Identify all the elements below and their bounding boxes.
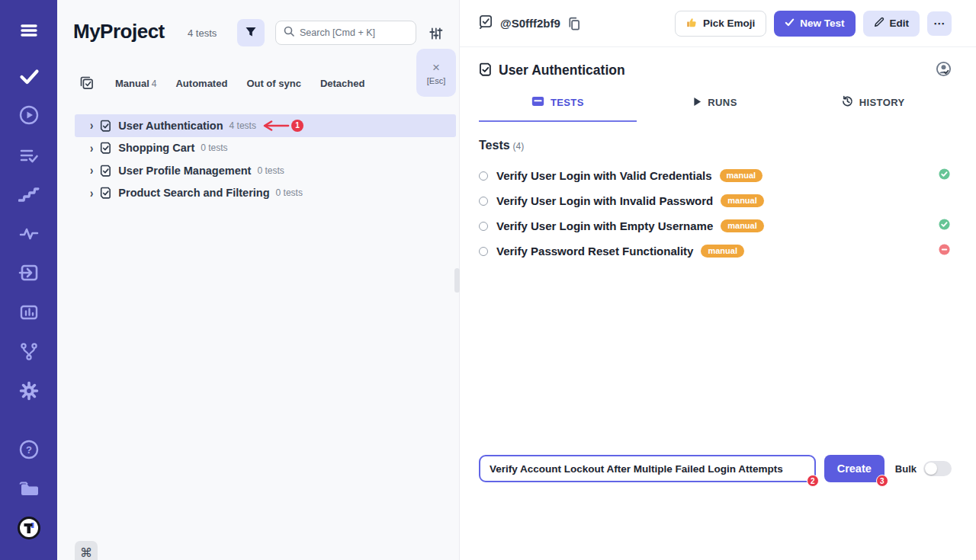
filter-tabs: Manual4 Automated Out of sync Detached: [79, 75, 364, 91]
annotation-arrow-1: [261, 120, 290, 131]
branch-icon[interactable]: [18, 341, 40, 362]
select-all-icon[interactable]: [79, 75, 95, 91]
create-button-wrap: Create 3: [824, 455, 884, 482]
test-list: Verify User Login with Valid Credentials…: [460, 152, 976, 264]
test-state-circle[interactable]: [479, 197, 488, 206]
test-state-circle[interactable]: [479, 171, 488, 181]
test-row[interactable]: Verify Password Reset Functionality manu…: [479, 238, 950, 264]
search-box: [275, 21, 416, 45]
help-icon[interactable]: ?: [18, 439, 40, 460]
card-icon: [531, 96, 544, 109]
status-passed-icon: [939, 168, 950, 183]
assignee-avatar-icon[interactable]: [936, 61, 952, 80]
test-row[interactable]: Verify User Login with Valid Credentials…: [479, 163, 950, 188]
tab-manual-count: 4: [152, 78, 157, 89]
check-icon[interactable]: [18, 66, 40, 87]
create-test-row: 2 Create 3 Bulk: [479, 455, 952, 482]
suite-detail-panel: @S0fff2bf9 Pick Emoji New Test Edit ⋯: [460, 0, 976, 560]
gear-icon[interactable]: [18, 380, 40, 402]
checkbox-doc-icon: [479, 14, 493, 32]
annotation-badge-2: 2: [807, 475, 819, 487]
play-circle-icon[interactable]: [18, 104, 40, 126]
chevron-right-icon[interactable]: ›: [90, 164, 93, 178]
esc-hint-label: [Esc]: [427, 76, 445, 85]
app-logo[interactable]: [17, 516, 41, 540]
tree-row-product-search-and-filtering[interactable]: › Product Search and Filtering 0 tests: [75, 182, 456, 205]
edit-button[interactable]: Edit: [863, 11, 920, 37]
close-icon[interactable]: ×: [432, 61, 440, 74]
main-sidebar: ?: [0, 0, 57, 560]
project-tests-count: 4 tests: [188, 27, 217, 39]
tree-row-shopping-cart[interactable]: › Shopping Cart 0 tests: [75, 137, 456, 160]
create-button[interactable]: Create: [824, 455, 884, 482]
test-row[interactable]: Verify User Login with Invalid Password …: [479, 188, 950, 213]
steps-icon[interactable]: [18, 184, 40, 205]
pencil-icon: [874, 17, 884, 30]
app-window: ? MyProject 4 tests × [Esc]: [0, 0, 976, 560]
tests-section-count: (4): [513, 141, 525, 152]
suite-count: 0 tests: [276, 187, 303, 198]
suite-ref-group: @S0fff2bf9: [479, 14, 580, 32]
suite-count: 0 tests: [201, 142, 227, 153]
tab-tests[interactable]: TESTS: [479, 95, 637, 122]
play-icon: [693, 97, 702, 109]
status-blocked-icon: [939, 244, 950, 258]
list-check-icon[interactable]: [18, 145, 40, 166]
search-input[interactable]: [300, 27, 408, 38]
annotation-badge-1: 1: [291, 120, 303, 132]
activity-icon[interactable]: [18, 223, 40, 245]
chevron-right-icon[interactable]: ›: [90, 186, 93, 200]
copy-icon[interactable]: [567, 17, 580, 30]
bar-chart-icon[interactable]: [18, 302, 40, 323]
tab-runs[interactable]: RUNS: [637, 95, 795, 122]
create-input-wrap: 2: [479, 455, 816, 482]
close-search-popup[interactable]: × [Esc]: [416, 49, 456, 97]
bulk-toggle[interactable]: [923, 461, 952, 476]
tree-row-user-profile-management[interactable]: › User Profile Management 0 tests: [75, 159, 456, 182]
new-test-name-input[interactable]: [479, 455, 816, 482]
test-row[interactable]: Verify User Login with Empty Username ma…: [479, 213, 950, 238]
toolbar-actions: Pick Emoji New Test Edit ⋯: [675, 11, 952, 37]
menu-icon[interactable]: [18, 20, 40, 41]
manual-badge: manual: [720, 169, 763, 182]
manual-badge: manual: [721, 219, 764, 232]
more-options-button[interactable]: ⋯: [927, 11, 952, 36]
doc-check-icon: [100, 120, 111, 132]
tree-row-user-authentication[interactable]: › User Authentication 4 tests 1: [75, 114, 456, 137]
folder-icon[interactable]: [18, 478, 40, 500]
tab-automated[interactable]: Automated: [175, 78, 227, 89]
project-panel: MyProject 4 tests × [Esc] Manual4 Automa…: [57, 0, 460, 560]
check-icon: [785, 18, 795, 30]
chevron-right-icon[interactable]: ›: [90, 141, 93, 155]
suite-name: User Profile Management: [118, 165, 251, 177]
tune-icon[interactable]: [425, 24, 445, 43]
suite-count: 4 tests: [230, 120, 256, 131]
panel-scrollbar-thumb[interactable]: [454, 268, 460, 293]
test-state-circle[interactable]: [479, 247, 488, 256]
chevron-right-icon[interactable]: ›: [90, 119, 93, 133]
tab-history[interactable]: HISTORY: [794, 95, 952, 122]
doc-check-icon: [100, 142, 111, 154]
suite-heading: User Authentication: [460, 47, 976, 80]
sign-in-icon[interactable]: [18, 262, 40, 283]
tab-detached[interactable]: Detached: [320, 78, 365, 89]
suite-name: User Authentication: [118, 120, 223, 132]
manual-badge: manual: [701, 245, 744, 258]
tab-manual[interactable]: Manual4: [115, 78, 156, 89]
annotation-badge-3: 3: [876, 475, 888, 487]
suite-count: 0 tests: [257, 165, 284, 176]
suite-name: Shopping Cart: [118, 142, 194, 154]
suite-ref-id: @S0fff2bf9: [500, 17, 560, 30]
doc-check-icon: [100, 165, 111, 177]
toggle-knob: [925, 462, 937, 475]
pick-emoji-button[interactable]: Pick Emoji: [675, 11, 766, 37]
suite-tree: › User Authentication 4 tests 1 › Shoppi…: [57, 114, 460, 204]
svg-text:?: ?: [26, 444, 32, 456]
new-test-button[interactable]: New Test: [774, 11, 855, 37]
bulk-label: Bulk: [895, 463, 917, 475]
suite-title: User Authentication: [499, 62, 929, 78]
tab-out-of-sync[interactable]: Out of sync: [246, 78, 301, 89]
filter-button[interactable]: [237, 19, 265, 46]
project-title: MyProject: [73, 20, 165, 43]
test-state-circle[interactable]: [479, 222, 488, 231]
